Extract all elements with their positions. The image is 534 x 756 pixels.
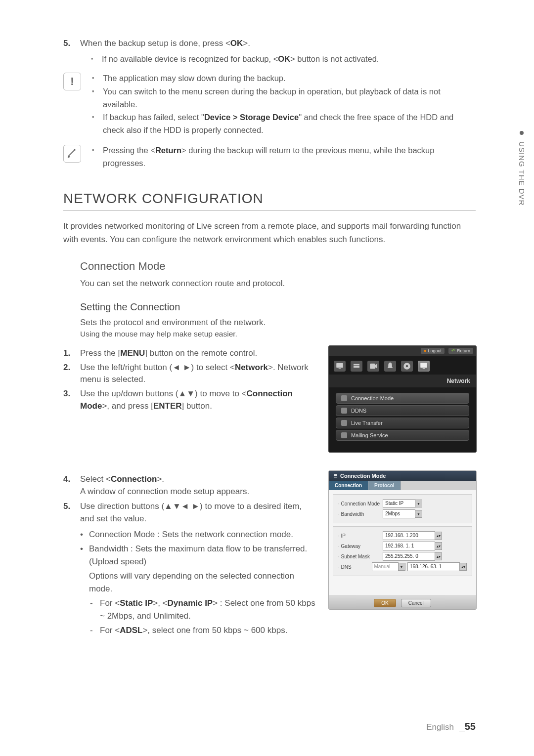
spinner-icon: ▴▾ bbox=[435, 552, 442, 560]
text-bold: OK bbox=[278, 54, 290, 63]
tab-protocol[interactable]: Protocol bbox=[368, 481, 401, 490]
text: If backup has failed, select " bbox=[103, 113, 204, 122]
tab-backup-icon[interactable] bbox=[401, 361, 413, 372]
step-2-number: 2. bbox=[63, 362, 80, 386]
list-icon bbox=[341, 395, 347, 401]
bullet-square: ■ bbox=[91, 53, 102, 65]
cancel-button[interactable]: Cancel bbox=[401, 599, 431, 607]
text: Live Transfer bbox=[351, 420, 383, 426]
dash: - bbox=[90, 597, 100, 622]
tab-network-icon[interactable] bbox=[418, 361, 430, 372]
caution-icon: ! bbox=[63, 73, 81, 90]
menu-item-ddns[interactable]: DDNS bbox=[336, 405, 469, 416]
value: 2Mbps bbox=[383, 509, 415, 518]
text: Mailing Service bbox=[351, 432, 388, 438]
text: > button is not activated. bbox=[290, 54, 379, 63]
text-bold: OK bbox=[230, 39, 243, 48]
tab-system-icon[interactable] bbox=[334, 361, 346, 372]
value: Static IP bbox=[383, 499, 415, 508]
subheading-connection-mode: Connection Mode bbox=[80, 260, 476, 273]
select-bandwidth[interactable]: 2Mbps▼ bbox=[383, 509, 422, 518]
chevron-down-icon: ▼ bbox=[398, 563, 405, 571]
dash: - bbox=[90, 624, 100, 637]
svg-rect-0 bbox=[336, 363, 343, 368]
bullet-square: ■ bbox=[92, 85, 103, 111]
step-5-number: 5. bbox=[63, 38, 80, 50]
text: Select < bbox=[80, 474, 111, 484]
text: When the backup setup is done, press < bbox=[80, 39, 230, 48]
value: Manual bbox=[372, 562, 399, 571]
step-4-number: 4. bbox=[63, 473, 80, 498]
chevron-down-icon: ▼ bbox=[415, 510, 422, 518]
step-1-number: 1. bbox=[63, 347, 80, 360]
text-bold: Network bbox=[235, 363, 268, 372]
label-subnet: Subnet Mask bbox=[338, 554, 383, 559]
text: Use the left/right button (◄ ►) to selec… bbox=[80, 363, 235, 372]
side-tab-bullet bbox=[520, 131, 524, 135]
caution-line-1: The application may slow down during the… bbox=[103, 72, 286, 85]
input-gateway[interactable]: 192.168. 1. 1▴▾ bbox=[383, 542, 442, 550]
text: >. bbox=[157, 474, 164, 484]
spinner-icon: ▴▾ bbox=[435, 532, 442, 540]
label-dns: DNS bbox=[338, 564, 372, 570]
text: For < bbox=[100, 626, 120, 635]
dash-staticip: For <Static IP>, <Dynamic IP> : Select o… bbox=[100, 597, 316, 622]
menu-item-live-transfer[interactable]: Live Transfer bbox=[336, 418, 469, 428]
svg-rect-4 bbox=[370, 364, 375, 369]
bullet-dot: • bbox=[80, 543, 89, 568]
list-icon bbox=[341, 408, 347, 414]
logout-button[interactable]: ●Logout bbox=[421, 348, 445, 354]
input-subnet[interactable]: 255.255.255. 0▴▾ bbox=[383, 552, 442, 561]
bullet-connection-mode: Connection Mode : Sets the network conne… bbox=[89, 528, 293, 541]
section-intro: It provides networked monitoring of Live… bbox=[63, 220, 476, 246]
chevron-down-icon: ▼ bbox=[415, 500, 422, 507]
select-connection-mode[interactable]: Static IP▼ bbox=[383, 499, 422, 508]
dvr-connection-dialog-screenshot: ☰Connection Mode Connection Protocol Con… bbox=[328, 470, 477, 610]
text-bold: MENU bbox=[120, 348, 145, 358]
return-button[interactable]: ↶Return bbox=[448, 348, 473, 354]
list-icon bbox=[341, 432, 347, 438]
text: Pressing the < bbox=[103, 146, 155, 155]
dash-adsl: For <ADSL>, select one from 50 kbps ~ 60… bbox=[100, 624, 287, 637]
text: A window of connection mode setup appear… bbox=[80, 487, 249, 496]
page-footer: English _55 bbox=[426, 721, 476, 732]
text: Press the [ bbox=[80, 348, 120, 358]
caution-line-2: You can switch to the menu screen during… bbox=[103, 85, 476, 111]
tab-connection[interactable]: Connection bbox=[329, 481, 368, 490]
input-ip[interactable]: 192.168. 1.200▴▾ bbox=[383, 531, 442, 540]
select-dns-mode[interactable]: Manual▼ bbox=[372, 562, 405, 571]
step-5-note: ■ If no available device is recognized f… bbox=[91, 53, 476, 65]
bullet-square: ■ bbox=[92, 111, 103, 136]
label-bandwidth: Bandwidth bbox=[338, 511, 383, 517]
caution-line-3: If backup has failed, select "Device > S… bbox=[103, 111, 476, 136]
subheading-setting-connection: Setting the Connection bbox=[80, 301, 476, 313]
bullet-dot: • bbox=[80, 528, 89, 541]
label-ip: IP bbox=[338, 533, 383, 539]
step-5b-text: Use direction buttons (▲▼◄ ►) to move to… bbox=[80, 501, 316, 525]
step-1-text: Press the [MENU] button on the remote co… bbox=[80, 347, 316, 360]
input-dns[interactable]: 168.126. 63. 1▴▾ bbox=[407, 562, 467, 571]
tab-event-icon[interactable] bbox=[384, 361, 396, 372]
text: Use the up/down buttons (▲▼) to move to … bbox=[80, 389, 247, 398]
text: If no available device is recognized for… bbox=[102, 54, 278, 63]
text: DDNS bbox=[351, 408, 366, 414]
dialog-title: ☰Connection Mode bbox=[329, 471, 476, 481]
setting-connection-desc: Sets the protocol and environment of the… bbox=[80, 318, 476, 328]
mouse-tip: Using the mouse may help make setup easi… bbox=[80, 330, 476, 338]
ok-button[interactable]: OK bbox=[374, 599, 396, 607]
value: 168.126. 63. 1 bbox=[407, 562, 460, 571]
text: Connection Mode bbox=[340, 473, 386, 479]
tab-record-icon[interactable] bbox=[367, 361, 379, 372]
text-bold: Return bbox=[155, 146, 181, 155]
svg-rect-3 bbox=[354, 366, 359, 368]
step-2-text: Use the left/right button (◄ ►) to selec… bbox=[80, 362, 316, 386]
tab-device-icon[interactable] bbox=[351, 361, 362, 372]
value: 192.168. 1. 1 bbox=[383, 542, 435, 550]
menu-item-connection-mode[interactable]: Connection Mode bbox=[336, 393, 469, 404]
text: >, and press [ bbox=[102, 401, 153, 411]
text-bold: Static IP bbox=[120, 598, 153, 608]
menu-item-mailing-service[interactable]: Mailing Service bbox=[336, 430, 469, 441]
label-gateway: Gateway bbox=[338, 544, 383, 549]
text-bold: Dynamic IP bbox=[168, 598, 213, 608]
bandwidth-note: Options will vary depending on the selec… bbox=[89, 570, 316, 595]
